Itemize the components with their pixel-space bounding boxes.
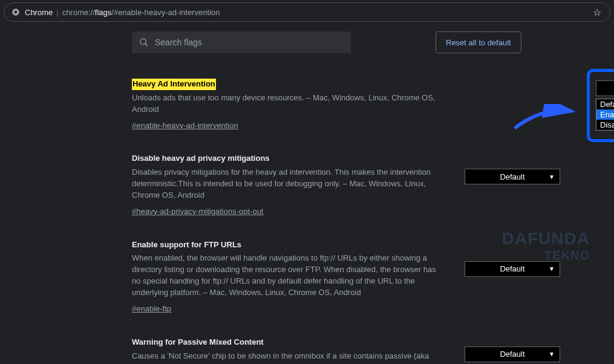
svg-point-1	[15, 11, 18, 14]
chevron-down-icon: ▼	[549, 174, 555, 180]
flag-title: Disable heavy ad privacy mitigations	[132, 153, 270, 164]
search-icon	[139, 37, 149, 47]
url-host: flags	[95, 8, 111, 17]
origin-label: Chrome	[25, 8, 53, 17]
flag-anchor-link[interactable]: #enable-ftp	[132, 304, 171, 315]
dropdown-options: Default Enabled Disabled	[596, 99, 614, 131]
dropdown-highlight-box: Default ▼ Default Enabled Disabled	[587, 69, 614, 142]
flag-title: Warning for Passive Mixed Content	[132, 337, 264, 348]
flag-item: Warning for Passive Mixed Content Causes…	[132, 337, 586, 364]
flag-dropdown[interactable]: Default ▼	[596, 80, 614, 96]
chevron-down-icon: ▼	[549, 351, 555, 357]
flag-item: Enable support for FTP URLs When enabled…	[132, 239, 586, 315]
reset-all-button[interactable]: Reset all to default	[436, 31, 521, 53]
flags-list: Default ▼ Default Enabled Disabled Heavy…	[132, 79, 586, 364]
bookmark-star-icon[interactable]: ☆	[593, 7, 601, 18]
flag-dropdown[interactable]: Default ▼	[465, 169, 560, 184]
flag-description: Disables privacy mitigations for the hea…	[132, 167, 446, 201]
search-input[interactable]: Search flags	[132, 31, 351, 53]
flag-description: Causes a 'Not Secure' chip to be shown i…	[132, 351, 446, 365]
separator: |	[56, 8, 58, 17]
flag-title: Heavy Ad Intervention	[132, 79, 216, 90]
flag-anchor-link[interactable]: #heavy-ad-privacy-mitigations-opt-out	[132, 206, 263, 218]
dropdown-option-disabled[interactable]: Disabled	[596, 120, 614, 130]
url-scheme: chrome://	[62, 8, 95, 17]
flag-title: Enable support for FTP URLs	[132, 239, 241, 251]
flag-anchor-link[interactable]: #enable-heavy-ad-intervention	[132, 120, 238, 132]
dropdown-option-default[interactable]: Default	[596, 99, 614, 109]
svg-line-3	[145, 44, 148, 46]
url-path: /#enable-heavy-ad-intervention	[111, 8, 220, 17]
dropdown-selected: Default	[500, 264, 524, 273]
svg-point-2	[140, 39, 146, 44]
reset-label: Reset all to default	[446, 38, 511, 47]
top-row: Search flags Reset all to default	[132, 31, 614, 53]
flag-description: When enabled, the browser will handle na…	[132, 253, 446, 298]
search-placeholder: Search flags	[155, 37, 202, 47]
annotation-arrow	[512, 104, 578, 134]
dropdown-option-enabled[interactable]: Enabled	[596, 109, 614, 120]
chrome-icon	[11, 8, 20, 16]
flag-dropdown[interactable]: Default ▼	[465, 261, 560, 277]
flag-description: Unloads ads that use too many device res…	[132, 93, 446, 115]
flag-dropdown[interactable]: Default ▼	[465, 346, 560, 362]
dropdown-selected: Default	[500, 349, 524, 359]
flag-item: Disable heavy ad privacy mitigations Dis…	[132, 153, 586, 217]
chevron-down-icon: ▼	[549, 265, 555, 272]
dropdown-selected: Default	[500, 172, 524, 181]
omnibox[interactable]: Chrome | chrome:// flags /#enable-heavy-…	[4, 2, 610, 22]
page-content: Search flags Reset all to default Defaul…	[0, 24, 614, 364]
